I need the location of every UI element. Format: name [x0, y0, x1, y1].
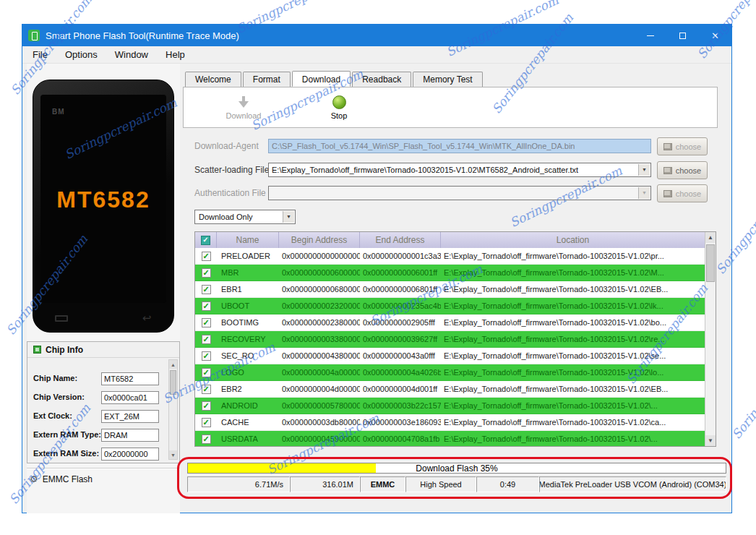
- status-link-speed: High Speed: [405, 476, 476, 492]
- end-address: 0x0000000002905fff: [360, 318, 441, 327]
- tab-readback[interactable]: Readback: [352, 72, 411, 87]
- chip-name-value: MT6582: [101, 372, 159, 385]
- download-agent-choose-button[interactable]: choose: [657, 137, 708, 155]
- ext-clock-row: Ext Clock: EXT_26M: [27, 410, 179, 423]
- table-scrollbar[interactable]: ▲ ▼: [705, 232, 716, 446]
- chip-info-scrollbar[interactable]: ▲ ▼: [168, 359, 178, 460]
- checkbox-icon: [202, 252, 211, 261]
- tab-memory-test[interactable]: Memory Test: [413, 72, 482, 87]
- end-address: 0x000000004708a1fb: [360, 435, 441, 443]
- tab-format[interactable]: Format: [243, 72, 291, 87]
- begin-address: 0x000000003db80000: [279, 418, 360, 427]
- download-agent-label: Download-Agent: [194, 141, 259, 151]
- stop-button-label: Stop: [331, 111, 348, 120]
- status-speed: 6.71M/s: [187, 476, 290, 492]
- scatter-file-combo[interactable]: E:\Explay_Tornado\off_firmware\Tornado-1…: [268, 163, 651, 177]
- minimize-button[interactable]: [634, 25, 666, 46]
- partition-name: SEC_RO: [217, 351, 279, 360]
- begin-address: 0x0000000000600000: [279, 268, 360, 277]
- location: E:\Explay_Tornado\off_firmware\Tornado-1…: [441, 418, 705, 427]
- table-body: PRELOADER 0x0000000000000000 0x000000000…: [195, 248, 705, 446]
- begin-address: 0x0000000045900000: [279, 435, 360, 443]
- table-row[interactable]: SEC_RO 0x0000000004380000 0x00000000043a…: [195, 348, 705, 364]
- table-row[interactable]: MBR 0x0000000000600000 0x00000000006001f…: [195, 265, 705, 281]
- partition-name: PRELOADER: [217, 252, 279, 260]
- menu-window[interactable]: Window: [115, 49, 148, 60]
- tab-download[interactable]: Download: [292, 71, 351, 87]
- auth-file-combo[interactable]: ▼: [268, 186, 651, 200]
- download-mode-select[interactable]: Download Only ▼: [194, 210, 296, 224]
- table-header: Name Begin Address End Address Location: [195, 232, 705, 248]
- row-checkbox[interactable]: [195, 318, 217, 328]
- left-separator: [27, 468, 180, 469]
- table-row[interactable]: UBOOT 0x0000000002320000 0x000000000235a…: [195, 298, 705, 314]
- table-row[interactable]: BOOTIMG 0x0000000002380000 0x00000000029…: [195, 314, 705, 331]
- row-checkbox[interactable]: [195, 351, 217, 361]
- table-row[interactable]: EBR2 0x0000000004d00000 0x0000000004d001…: [195, 381, 705, 398]
- auth-choose-button[interactable]: choose: [657, 184, 708, 202]
- title-bar[interactable]: Smart Phone Flash Tool(Runtime Trace Mod…: [22, 25, 731, 46]
- app-icon: [28, 30, 40, 41]
- scroll-down-icon[interactable]: ▼: [705, 435, 716, 446]
- row-checkbox[interactable]: [195, 335, 217, 344]
- download-mode-value: Download Only: [199, 213, 253, 221]
- stop-button[interactable]: Stop: [314, 95, 364, 120]
- chevron-down-icon[interactable]: ▼: [638, 187, 650, 199]
- maximize-button[interactable]: [666, 25, 699, 46]
- progress-bar: Download Flash 35%: [187, 463, 726, 474]
- checkbox-icon: [202, 301, 211, 311]
- header-name[interactable]: Name: [217, 232, 279, 248]
- row-checkbox[interactable]: [195, 435, 217, 444]
- scroll-down-icon[interactable]: ▼: [169, 450, 177, 459]
- partition-name: RECOVERY: [217, 335, 279, 343]
- menu-file[interactable]: File: [33, 49, 48, 60]
- header-end-address[interactable]: End Address: [360, 232, 441, 248]
- auth-file-label: Authentication File: [194, 188, 266, 198]
- end-address: 0x00000000006801ff: [360, 285, 441, 294]
- download-agent-field[interactable]: C:\SP_Flash_Tool_v5.1744_Win\SP_Flash_To…: [268, 139, 651, 153]
- scrollbar-thumb[interactable]: [706, 244, 715, 282]
- chevron-down-icon[interactable]: ▼: [283, 211, 294, 223]
- folder-icon: [663, 190, 672, 197]
- download-button-label: Download: [226, 111, 262, 120]
- table-row[interactable]: RECOVERY 0x0000000003380000 0x0000000003…: [195, 331, 705, 348]
- tab-welcome[interactable]: Welcome: [185, 72, 241, 87]
- table-row[interactable]: EBR1 0x0000000000680000 0x00000000006801…: [195, 281, 705, 298]
- end-address: 0x00000000006001ff: [360, 268, 441, 277]
- row-checkbox[interactable]: [195, 301, 217, 311]
- scroll-up-icon[interactable]: ▲: [169, 360, 177, 369]
- table-row[interactable]: USRDATA 0x0000000045900000 0x00000000470…: [195, 431, 705, 446]
- checkbox-icon: [201, 236, 210, 245]
- checkbox-icon: [202, 385, 211, 394]
- table-row[interactable]: CACHE 0x000000003db80000 0x000000003e186…: [195, 414, 705, 431]
- header-location[interactable]: Location: [441, 232, 705, 248]
- row-checkbox[interactable]: [195, 368, 217, 377]
- scroll-up-icon[interactable]: ▲: [705, 232, 716, 243]
- row-checkbox[interactable]: [195, 268, 217, 278]
- row-checkbox[interactable]: [195, 285, 217, 294]
- menu-options[interactable]: Options: [65, 49, 98, 60]
- chip-info-header: Chip Info: [27, 342, 179, 358]
- menu-help[interactable]: Help: [166, 49, 185, 60]
- chevron-down-icon[interactable]: ▼: [638, 164, 650, 176]
- location: E:\Explay_Tornado\off_firmware\Tornado-1…: [441, 368, 705, 377]
- location: E:\Explay_Tornado\off_firmware\Tornado-1…: [441, 318, 705, 327]
- partition-name: MBR: [217, 268, 279, 277]
- checkbox-icon: [202, 285, 211, 294]
- header-begin-address[interactable]: Begin Address: [279, 232, 360, 248]
- choose-label: choose: [676, 189, 701, 198]
- close-button[interactable]: ✕: [699, 25, 731, 46]
- scatter-choose-button[interactable]: choose: [657, 161, 708, 179]
- row-checkbox[interactable]: [195, 252, 217, 261]
- select-all-checkbox[interactable]: [195, 232, 217, 248]
- table-row[interactable]: LOGO 0x0000000004a00000 0x0000000004a402…: [195, 364, 705, 381]
- table-row[interactable]: ANDROID 0x0000000005780000 0x000000003b2…: [195, 398, 705, 414]
- table-row[interactable]: PRELOADER 0x0000000000000000 0x000000000…: [195, 248, 705, 265]
- row-checkbox[interactable]: [195, 385, 217, 394]
- download-button[interactable]: Download: [218, 95, 269, 120]
- begin-address: 0x0000000003380000: [279, 335, 360, 343]
- scrollbar-thumb[interactable]: [170, 370, 176, 395]
- row-checkbox[interactable]: [195, 401, 217, 411]
- location: E:\Explay_Tornado\off_firmware\Tornado-1…: [441, 435, 705, 443]
- row-checkbox[interactable]: [195, 418, 217, 427]
